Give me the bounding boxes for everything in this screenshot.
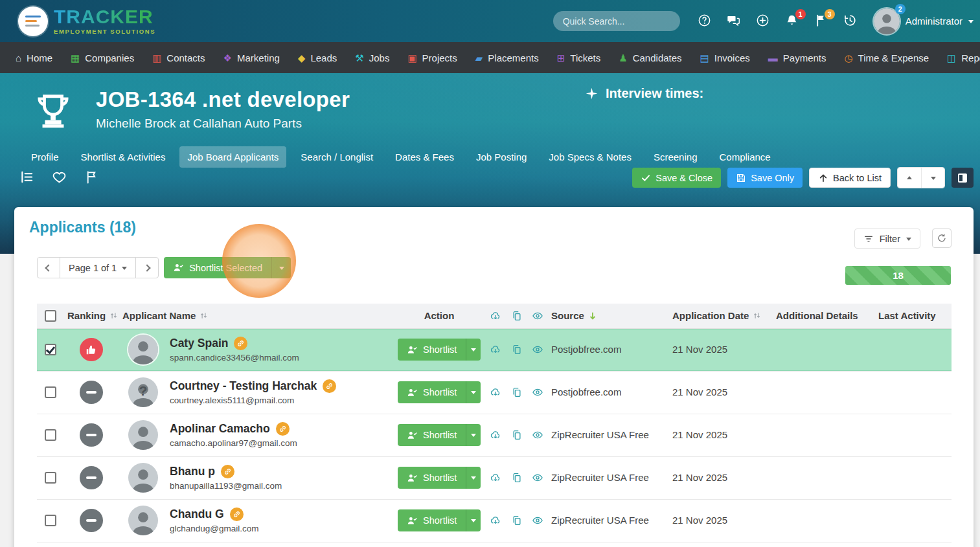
notifications-bell-icon[interactable]: 1 (784, 14, 800, 29)
view-icon[interactable] (532, 472, 543, 484)
tab-job-posting[interactable]: Job Posting (468, 146, 534, 168)
shortlist-selected-button[interactable]: Shortlist Selected (164, 257, 271, 278)
shortlist-selected-dropdown-button[interactable] (271, 257, 291, 278)
previous-record-button[interactable] (898, 168, 921, 188)
link-icon[interactable] (221, 465, 234, 478)
row-checkbox[interactable] (45, 429, 56, 441)
ranking-none-badge[interactable] (80, 381, 103, 404)
column-source[interactable]: Source (547, 304, 668, 328)
back-to-list-button[interactable]: Back to List (809, 168, 891, 188)
placements-icon: ▰ (475, 53, 483, 63)
save-only-button[interactable]: Save Only (727, 168, 803, 188)
ranking-none-badge[interactable] (80, 466, 103, 489)
ranking-thumbs-down-badge[interactable] (80, 338, 103, 361)
page-indicator-button[interactable]: Page 1 of 1 (60, 257, 136, 278)
favorite-heart-icon[interactable] (51, 170, 67, 186)
resume-download-icon[interactable] (490, 386, 501, 398)
row-checkbox[interactable] (45, 344, 56, 355)
page-previous-button[interactable] (37, 257, 60, 278)
link-icon[interactable] (234, 337, 247, 350)
list-view-icon[interactable] (18, 170, 35, 186)
applicant-name[interactable]: Courtney - Testing Harchak (170, 379, 317, 393)
shortlist-button[interactable]: Shortlist (398, 424, 466, 446)
copy-icon[interactable] (511, 429, 523, 441)
shortlist-dropdown-button[interactable] (466, 424, 481, 446)
row-checkbox[interactable] (45, 472, 56, 484)
nav-item-marketing[interactable]: ❖Marketing (214, 42, 289, 73)
page-next-button[interactable] (135, 257, 159, 278)
resume-download-icon[interactable] (490, 515, 501, 526)
tab-shortlist-activities[interactable]: Shortlist & Activities (73, 146, 174, 168)
filter-button[interactable]: Filter (854, 229, 920, 249)
resume-download-icon[interactable] (490, 344, 501, 355)
shortlist-button[interactable]: Shortlist (398, 467, 466, 489)
tab-search-longlist[interactable]: Search / Longlist (293, 146, 381, 168)
applicant-name[interactable]: Apolinar Camacho (170, 422, 270, 436)
nav-item-jobs[interactable]: ⚒Jobs (346, 42, 398, 73)
messages-icon[interactable] (726, 14, 742, 29)
applicant-name[interactable]: Caty Spain (170, 337, 228, 350)
view-icon[interactable] (532, 386, 543, 398)
nav-item-candidates[interactable]: ♟Candidates (610, 42, 690, 73)
nav-item-projects[interactable]: ▣Projects (398, 42, 466, 73)
user-menu[interactable]: 2 Administrator (874, 8, 974, 34)
flags-icon[interactable]: 3 (814, 14, 829, 29)
select-all-checkbox[interactable] (45, 310, 56, 322)
view-icon[interactable] (532, 515, 543, 526)
tracker-logo[interactable]: TRACKER EMPLOYMENT SOLUTIONS (18, 6, 155, 36)
eye-icon (532, 310, 543, 322)
tab-screening[interactable]: Screening (646, 146, 705, 168)
nav-item-invoices[interactable]: ▤Invoices (691, 42, 759, 73)
nav-item-leads[interactable]: ◆Leads (289, 42, 346, 73)
copy-icon[interactable] (511, 386, 523, 398)
link-icon[interactable] (230, 508, 244, 521)
resume-download-icon[interactable] (490, 429, 501, 441)
view-icon[interactable] (532, 429, 543, 441)
add-new-icon[interactable] (755, 14, 771, 29)
save-close-button[interactable]: Save & Close (632, 168, 721, 188)
panel-toggle-button[interactable] (952, 168, 974, 188)
history-icon[interactable] (843, 14, 858, 29)
nav-item-contacts[interactable]: ▥Contacts (143, 42, 214, 73)
column-application-date[interactable]: Application Date (668, 304, 772, 328)
shortlist-dropdown-button[interactable] (466, 509, 481, 531)
view-icon[interactable] (532, 344, 543, 355)
applicant-name[interactable]: Bhanu p (170, 465, 215, 478)
nav-item-companies[interactable]: ▦Companies (62, 42, 143, 73)
nav-item-home[interactable]: ⌂Home (6, 42, 62, 73)
shortlist-button[interactable]: Shortlist (398, 509, 466, 531)
shortlist-dropdown-button[interactable] (466, 381, 481, 403)
column-applicant-name[interactable]: Applicant Name (119, 304, 394, 328)
nav-item-reports[interactable]: ◫Reports (938, 42, 980, 73)
tab-job-specs-notes[interactable]: Job Specs & Notes (541, 146, 639, 168)
tab-profile[interactable]: Profile (23, 146, 67, 168)
link-icon[interactable] (276, 422, 290, 436)
copy-icon[interactable] (511, 515, 523, 526)
tab-dates-fees[interactable]: Dates & Fees (387, 146, 462, 168)
help-icon[interactable] (697, 14, 712, 29)
shortlist-dropdown-button[interactable] (466, 339, 481, 361)
tab-job-board-applicants[interactable]: Job Board Applicants (179, 146, 286, 168)
flag-record-icon[interactable] (83, 170, 100, 186)
nav-item-placements[interactable]: ▰Placements (466, 42, 548, 73)
quick-search-input[interactable] (553, 11, 680, 31)
nav-item-time-expense[interactable]: ◷Time & Expense (836, 42, 939, 73)
ranking-none-badge[interactable] (80, 423, 103, 447)
row-checkbox[interactable] (45, 386, 56, 398)
nav-item-payments[interactable]: ▬Payments (759, 42, 836, 73)
refresh-button[interactable] (932, 229, 952, 248)
copy-icon[interactable] (511, 472, 523, 484)
shortlist-dropdown-button[interactable] (466, 467, 481, 489)
copy-icon[interactable] (511, 344, 523, 355)
applicant-name[interactable]: Chandu G (170, 508, 224, 521)
row-checkbox[interactable] (45, 515, 56, 526)
link-icon[interactable] (323, 379, 336, 393)
shortlist-button[interactable]: Shortlist (398, 381, 466, 403)
next-record-button[interactable] (921, 168, 944, 188)
resume-download-icon[interactable] (490, 472, 501, 484)
ranking-none-badge[interactable] (80, 509, 103, 532)
tab-compliance[interactable]: Compliance (711, 146, 778, 168)
column-ranking[interactable]: Ranking (63, 304, 119, 328)
nav-item-tickets[interactable]: ⊞Tickets (548, 42, 610, 73)
shortlist-button[interactable]: Shortlist (398, 339, 466, 361)
